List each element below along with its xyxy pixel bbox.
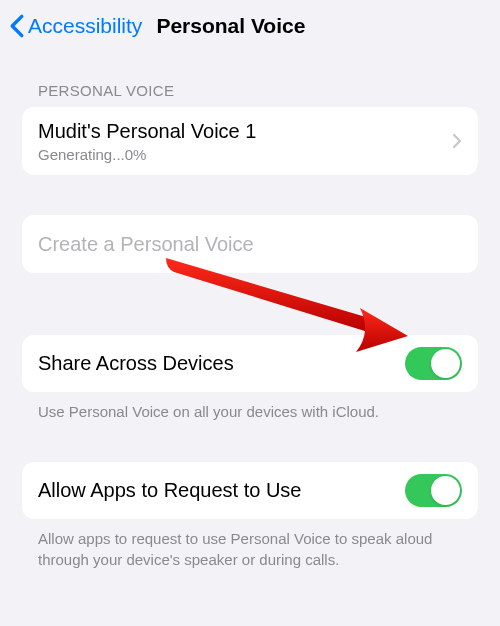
section-header-personal-voice: PERSONAL VOICE [0,52,500,107]
create-label: Create a Personal Voice [38,232,462,257]
chevron-left-icon [8,14,26,38]
toggle-knob [431,476,460,505]
allow-apps-row: Allow Apps to Request to Use [22,462,478,519]
allow-apps-label: Allow Apps to Request to Use [38,478,405,503]
share-footer: Use Personal Voice on all your devices w… [0,392,500,422]
voice-item-subtitle: Generating...0% [38,146,452,163]
voice-item-title: Mudit's Personal Voice 1 [38,119,452,144]
allow-apps-toggle[interactable] [405,474,462,507]
voice-item-card[interactable]: Mudit's Personal Voice 1 Generating...0% [22,107,478,175]
share-toggle[interactable] [405,347,462,380]
toggle-knob [431,349,460,378]
nav-header: Accessibility Personal Voice [0,0,500,52]
back-button[interactable]: Accessibility [8,14,142,38]
allow-apps-footer: Allow apps to request to use Personal Vo… [0,519,500,570]
share-label: Share Across Devices [38,351,405,376]
page-title: Personal Voice [156,14,305,38]
chevron-right-icon [452,133,462,149]
share-across-devices-row: Share Across Devices [22,335,478,392]
create-personal-voice-button[interactable]: Create a Personal Voice [22,215,478,273]
back-label: Accessibility [28,14,142,38]
